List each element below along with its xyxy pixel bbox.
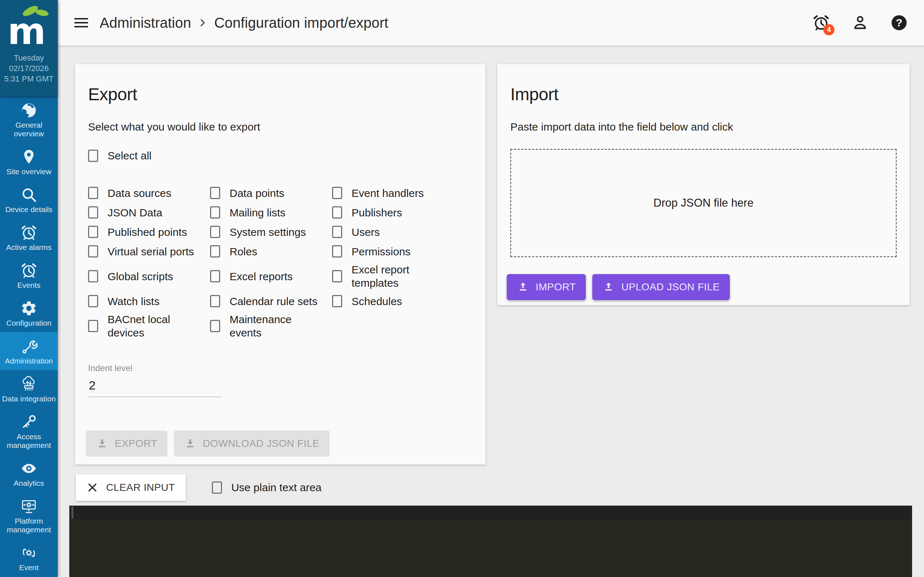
sidebar-item-data-integration[interactable]: Data integration xyxy=(0,370,58,408)
checkbox-box[interactable] xyxy=(332,206,342,219)
checkbox-box[interactable] xyxy=(88,295,98,307)
checkbox-box[interactable] xyxy=(210,206,220,219)
checkbox-data-points[interactable]: Data points xyxy=(210,185,332,201)
person-icon xyxy=(851,14,869,32)
checkbox-system-settings[interactable]: System settings xyxy=(210,224,332,240)
user-button[interactable] xyxy=(851,14,869,32)
checkbox-json-data[interactable]: JSON Data xyxy=(88,205,210,220)
checkbox-box[interactable] xyxy=(88,270,98,282)
checkbox-box[interactable] xyxy=(332,270,342,282)
download-icon xyxy=(96,437,108,450)
sidebar-item-site-overview[interactable]: Site overview xyxy=(0,143,58,181)
sidebar: m Tuesday 02/17/2026 5:31 PM GMT General… xyxy=(0,0,58,577)
checkbox-box[interactable] xyxy=(210,270,220,282)
checkbox-box[interactable] xyxy=(88,226,98,238)
checkbox-calendar-rule-sets[interactable]: Calendar rule sets xyxy=(210,293,332,309)
checkbox-roles[interactable]: Roles xyxy=(210,243,332,259)
checkbox-excel-report-templates[interactable]: Excel report templates xyxy=(332,263,472,290)
export-button-label: EXPORT xyxy=(115,438,157,449)
topbar: Administration Configuration import/expo… xyxy=(58,0,924,45)
sidebar-item-label: Active alarms xyxy=(6,243,52,252)
checkbox-box[interactable] xyxy=(332,226,342,238)
checkbox-box[interactable] xyxy=(88,150,98,162)
checkbox-label: Maintenance events xyxy=(229,313,292,339)
clear-input-button[interactable]: CLEAR INPUT xyxy=(76,474,186,501)
checkbox-virtual-serial-ports[interactable]: Virtual serial ports xyxy=(88,243,210,259)
checkbox-label: Publishers xyxy=(352,206,402,219)
checkbox-label: Global scripts xyxy=(108,270,173,283)
indent-level-input[interactable] xyxy=(88,374,221,397)
export-button[interactable]: EXPORT xyxy=(86,430,168,456)
json-dropzone[interactable]: Drop JSON file here xyxy=(510,149,897,257)
sidebar-item-events[interactable]: Events xyxy=(0,256,58,294)
checkbox-data-sources[interactable]: Data sources xyxy=(88,185,210,201)
sidebar-item-configuration[interactable]: Configuration xyxy=(0,294,58,332)
checkbox-schedules[interactable]: Schedules xyxy=(332,293,472,309)
mango-logo[interactable]: m xyxy=(0,0,58,48)
checkbox-box[interactable] xyxy=(332,295,342,307)
plain-text-area-checkbox[interactable]: Use plain text area xyxy=(212,482,321,494)
download-icon xyxy=(184,437,196,450)
upload-icon xyxy=(517,281,529,293)
checkbox-box[interactable] xyxy=(210,226,220,238)
checkbox-mailing-lists[interactable]: Mailing lists xyxy=(210,205,332,220)
checkbox-box[interactable] xyxy=(88,187,98,199)
export-options-grid: Data sourcesData pointsEvent handlersJSO… xyxy=(88,185,472,339)
checkbox-box[interactable] xyxy=(332,245,342,258)
datetime-date: 02/17/2026 xyxy=(0,63,58,74)
checkbox-event-handlers[interactable]: Event handlers xyxy=(332,185,472,201)
checkbox-excel-reports[interactable]: Excel reports xyxy=(210,263,332,290)
checkbox-box[interactable] xyxy=(332,187,342,199)
app-window: m Tuesday 02/17/2026 5:31 PM GMT General… xyxy=(0,0,924,577)
checkbox-label: Event handlers xyxy=(352,187,424,200)
sidebar-item-access-management[interactable]: Access management xyxy=(0,408,58,455)
checkbox-watch-lists[interactable]: Watch lists xyxy=(88,293,210,309)
alarm-clock-icon xyxy=(20,224,37,241)
sidebar-item-label: Platform management xyxy=(2,517,56,534)
topbar-actions: 4 ? xyxy=(812,14,908,32)
checkbox-global-scripts[interactable]: Global scripts xyxy=(88,263,210,290)
checkbox-box[interactable] xyxy=(210,295,220,307)
checkbox-users[interactable]: Users xyxy=(332,224,472,240)
download-json-file-button[interactable]: DOWNLOAD JSON FILE xyxy=(174,430,330,456)
import-button[interactable]: IMPORT xyxy=(507,274,586,300)
checkbox-box[interactable] xyxy=(88,320,98,332)
help-button[interactable]: ? xyxy=(890,14,908,32)
checkbox-label: BACnet local devices xyxy=(108,313,170,339)
sidebar-item-event[interactable]: Event xyxy=(0,539,58,577)
sidebar-item-administration[interactable]: Administration xyxy=(0,332,58,370)
sidebar-item-analytics[interactable]: Analytics xyxy=(0,455,58,492)
sidebar-item-platform-management[interactable]: Platform management xyxy=(0,492,58,539)
sidebar-item-general-overview[interactable]: General overview xyxy=(0,96,58,143)
indent-level-label: Indent level xyxy=(88,363,472,373)
checkbox-box[interactable] xyxy=(210,245,220,258)
menu-icon[interactable] xyxy=(74,16,88,30)
checkbox-box[interactable] xyxy=(88,245,98,258)
json-input-editor[interactable] xyxy=(69,506,912,577)
checkbox-published-points[interactable]: Published points xyxy=(88,224,210,240)
checkbox-maintenance-events[interactable]: Maintenance events xyxy=(210,313,332,339)
import-buttons: IMPORT UPLOAD JSON FILE xyxy=(507,274,730,300)
sidebar-item-device-details[interactable]: Device details xyxy=(0,181,58,219)
checkbox-permissions[interactable]: Permissions xyxy=(332,243,472,259)
alarms-button[interactable]: 4 xyxy=(812,14,830,32)
import-card: Import Paste import data into the field … xyxy=(498,64,909,305)
sidebar-item-label: Event xyxy=(19,563,39,572)
sidebar-item-label: Access management xyxy=(2,432,56,450)
checkbox-box[interactable] xyxy=(210,320,220,332)
checkbox-box[interactable] xyxy=(210,187,220,199)
checkbox-publishers[interactable]: Publishers xyxy=(332,205,472,220)
checkbox-bacnet-local-devices[interactable]: BACnet local devices xyxy=(88,313,210,339)
monitor-gear-icon xyxy=(20,498,37,515)
checkbox-label: Data sources xyxy=(108,187,171,200)
help-icon: ? xyxy=(890,14,908,32)
eye-icon xyxy=(20,460,37,477)
upload-json-file-button[interactable]: UPLOAD JSON FILE xyxy=(592,274,730,300)
sidebar-item-active-alarms[interactable]: Active alarms xyxy=(0,219,58,256)
checkbox-box[interactable] xyxy=(212,482,222,494)
breadcrumb-parent[interactable]: Administration xyxy=(100,15,191,31)
checkbox-box[interactable] xyxy=(88,206,98,219)
alarm-clock-icon xyxy=(20,262,37,279)
checkbox-label: Users xyxy=(352,226,380,239)
select-all-checkbox[interactable]: Select all xyxy=(88,150,152,162)
